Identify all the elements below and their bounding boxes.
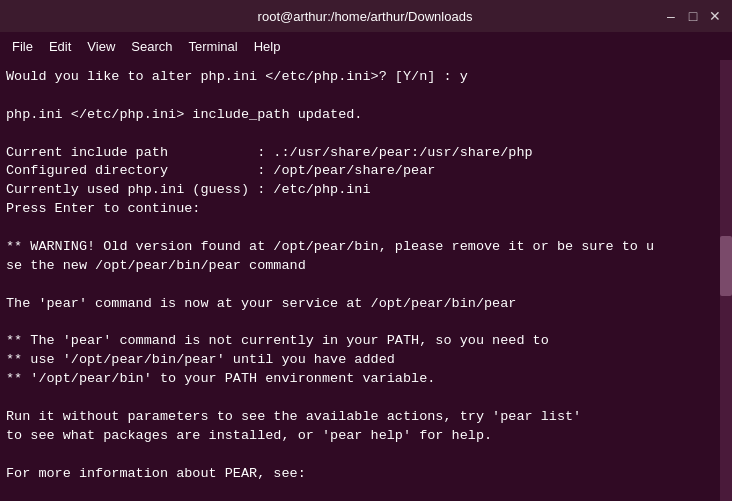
titlebar: root@arthur:/home/arthur/Downloads – □ ✕: [0, 0, 732, 32]
menu-view[interactable]: View: [79, 37, 123, 56]
maximize-button[interactable]: □: [684, 7, 702, 25]
menubar: File Edit View Search Terminal Help: [0, 32, 732, 60]
menu-file[interactable]: File: [4, 37, 41, 56]
menu-terminal[interactable]: Terminal: [181, 37, 246, 56]
terminal-output: Would you like to alter php.ini </etc/ph…: [6, 68, 726, 484]
menu-help[interactable]: Help: [246, 37, 289, 56]
terminal-window: root@arthur:/home/arthur/Downloads – □ ✕…: [0, 0, 732, 501]
minimize-button[interactable]: –: [662, 7, 680, 25]
menu-edit[interactable]: Edit: [41, 37, 79, 56]
window-title: root@arthur:/home/arthur/Downloads: [68, 9, 662, 24]
scrollbar-thumb[interactable]: [720, 236, 732, 296]
menu-search[interactable]: Search: [123, 37, 180, 56]
window-controls: – □ ✕: [662, 7, 724, 25]
scrollbar[interactable]: [720, 60, 732, 501]
close-button[interactable]: ✕: [706, 7, 724, 25]
terminal-output-area[interactable]: Would you like to alter php.ini </etc/ph…: [0, 60, 732, 501]
